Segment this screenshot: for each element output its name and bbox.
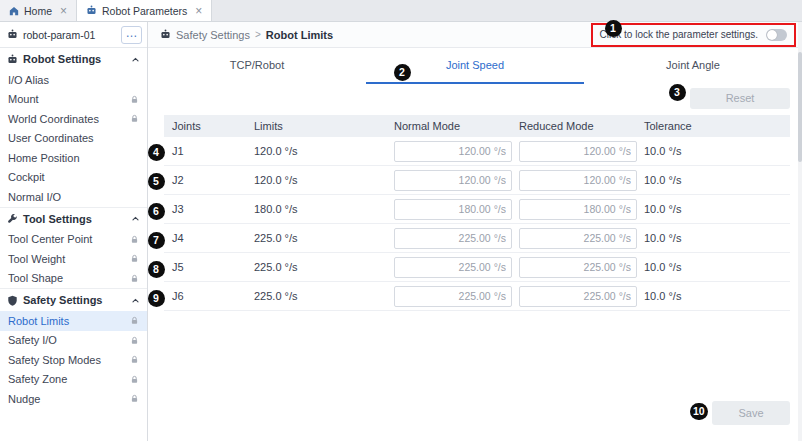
tool-icon — [7, 213, 18, 224]
column-header-tolerance: Tolerance — [644, 120, 789, 132]
joint-cell: J4 — [164, 232, 254, 244]
sidebar-item-user-coordinates[interactable]: User Coordinates — [0, 129, 147, 149]
section-label: Tool Settings — [23, 213, 92, 225]
sidebar-item-label: I/O Alias — [8, 74, 49, 86]
tolerance-cell: 10.0 °/s — [644, 203, 789, 215]
section-header[interactable]: Safety Settings — [0, 289, 147, 311]
limit-cell: 225.0 °/s — [254, 261, 394, 273]
sidebar-item-label: Home Position — [8, 152, 80, 164]
lock-icon — [130, 235, 139, 244]
tab-joint-speed[interactable]: Joint Speed — [366, 48, 584, 84]
robot-icon — [160, 29, 171, 40]
lock-toggle[interactable] — [766, 29, 787, 41]
section-label: Robot Settings — [23, 53, 101, 65]
robot-icon — [7, 54, 18, 65]
sidebar-section-robot-settings: Robot Settings I/O Alias Mount World Coo… — [0, 48, 147, 207]
sidebar-section-tool-settings: Tool Settings Tool Center Point Tool Wei… — [0, 207, 147, 289]
sidebar-item-normal-i-o[interactable]: Normal I/O — [0, 187, 147, 207]
sidebar-item-label: Safety Zone — [8, 373, 67, 385]
breadcrumb-separator-icon: > — [255, 29, 261, 40]
main-header: Safety Settings > Robot Limits Click to … — [148, 22, 802, 48]
close-icon[interactable]: × — [60, 5, 67, 17]
sidebar-item-robot-limits[interactable]: Robot Limits — [0, 311, 147, 331]
save-button[interactable]: Save — [712, 401, 790, 425]
tolerance-cell: 10.0 °/s — [644, 290, 789, 302]
sidebar-item-home-position[interactable]: Home Position — [0, 148, 147, 168]
normal-mode-input[interactable] — [394, 257, 512, 278]
reduced-mode-input[interactable] — [519, 199, 637, 220]
column-header-reduced-mode: Reduced Mode — [519, 120, 644, 132]
window-tab-bar: Home × Robot Parameters × — [0, 0, 802, 22]
sidebar-item-label: Tool Shape — [8, 272, 63, 284]
window-tab-robot-parameters[interactable]: Robot Parameters × — [77, 0, 212, 21]
sidebar-item-label: Safety Stop Modes — [8, 354, 101, 366]
normal-mode-input[interactable] — [394, 170, 512, 191]
table-body: J1 120.0 °/s 10.0 °/s J2 120.0 °/s 10.0 … — [164, 137, 790, 311]
sidebar-item-cockpit[interactable]: Cockpit — [0, 168, 147, 188]
sidebar-item-safety-zone[interactable]: Safety Zone — [0, 370, 147, 390]
lock-icon — [130, 394, 139, 403]
parameter-tab-label: Joint Speed — [446, 59, 504, 71]
limit-cell: 120.0 °/s — [254, 145, 394, 157]
joint-speed-table: JointsLimitsNormal ModeReduced ModeToler… — [164, 115, 790, 311]
joint-cell: J1 — [164, 145, 254, 157]
section-header[interactable]: Robot Settings — [0, 48, 147, 70]
sidebar: robot-param-01 … Robot Settings I/O Alia… — [0, 22, 148, 441]
sidebar-item-tool-shape[interactable]: Tool Shape — [0, 269, 147, 289]
sidebar-item-label: Tool Center Point — [8, 233, 92, 245]
window-tab-label: Home — [24, 5, 52, 17]
home-icon — [9, 6, 19, 16]
table-row: J1 120.0 °/s 10.0 °/s — [164, 137, 790, 166]
lock-icon — [130, 274, 139, 283]
sidebar-item-tool-center-point[interactable]: Tool Center Point — [0, 230, 147, 250]
tab-joint-angle[interactable]: Joint Angle — [584, 48, 802, 84]
more-options-button[interactable]: … — [121, 26, 142, 44]
reduced-mode-input[interactable] — [519, 228, 637, 249]
normal-mode-input[interactable] — [394, 141, 512, 162]
tolerance-cell: 10.0 °/s — [644, 261, 789, 273]
reset-button[interactable]: Reset — [690, 88, 790, 109]
joint-cell: J3 — [164, 203, 254, 215]
section-header[interactable]: Tool Settings — [0, 208, 147, 230]
breadcrumb: Safety Settings > Robot Limits — [160, 29, 333, 41]
vertical-scrollbar[interactable] — [798, 22, 802, 441]
reduced-mode-input[interactable] — [519, 170, 637, 191]
lock-icon — [130, 316, 139, 325]
sidebar-item-safety-stop-modes[interactable]: Safety Stop Modes — [0, 350, 147, 370]
shield-icon — [7, 295, 18, 306]
sidebar-item-label: Cockpit — [8, 171, 45, 183]
sidebar-item-label: Robot Limits — [8, 315, 69, 327]
normal-mode-input[interactable] — [394, 286, 512, 307]
chevron-up-icon[interactable] — [131, 296, 140, 305]
sidebar-item-tool-weight[interactable]: Tool Weight — [0, 249, 147, 269]
table-row: J3 180.0 °/s 10.0 °/s — [164, 195, 790, 224]
reduced-mode-input[interactable] — [519, 141, 637, 162]
tolerance-cell: 10.0 °/s — [644, 145, 789, 157]
section-items: Tool Center Point Tool Weight Tool Shape — [0, 230, 147, 289]
close-icon[interactable]: × — [195, 5, 202, 17]
reduced-mode-input[interactable] — [519, 286, 637, 307]
robot-icon — [7, 29, 18, 40]
lock-icon — [130, 114, 139, 123]
section-items: Robot Limits Safety I/O Safety Stop Mode… — [0, 311, 147, 409]
lock-settings-highlight: Click to lock the parameter settings. — [591, 23, 796, 47]
tolerance-cell: 10.0 °/s — [644, 232, 789, 244]
sidebar-item-mount[interactable]: Mount — [0, 90, 147, 110]
window-tab-home[interactable]: Home × — [0, 0, 77, 21]
limit-cell: 180.0 °/s — [254, 203, 394, 215]
reduced-mode-input[interactable] — [519, 257, 637, 278]
sidebar-item-label: User Coordinates — [8, 132, 94, 144]
chevron-up-icon[interactable] — [131, 55, 140, 64]
table-row: J4 225.0 °/s 10.0 °/s — [164, 224, 790, 253]
scrollbar-thumb[interactable] — [798, 52, 802, 162]
chevron-up-icon[interactable] — [131, 214, 140, 223]
sidebar-item-label: Normal I/O — [8, 191, 61, 203]
normal-mode-input[interactable] — [394, 199, 512, 220]
sidebar-item-world-coordinates[interactable]: World Coordinates — [0, 109, 147, 129]
parameter-tab-label: Joint Angle — [666, 59, 720, 71]
sidebar-item-nudge[interactable]: Nudge — [0, 389, 147, 409]
tab-tcp-robot[interactable]: TCP/Robot — [148, 48, 366, 84]
normal-mode-input[interactable] — [394, 228, 512, 249]
sidebar-item-safety-i-o[interactable]: Safety I/O — [0, 331, 147, 351]
sidebar-item-i-o-alias[interactable]: I/O Alias — [0, 70, 147, 90]
